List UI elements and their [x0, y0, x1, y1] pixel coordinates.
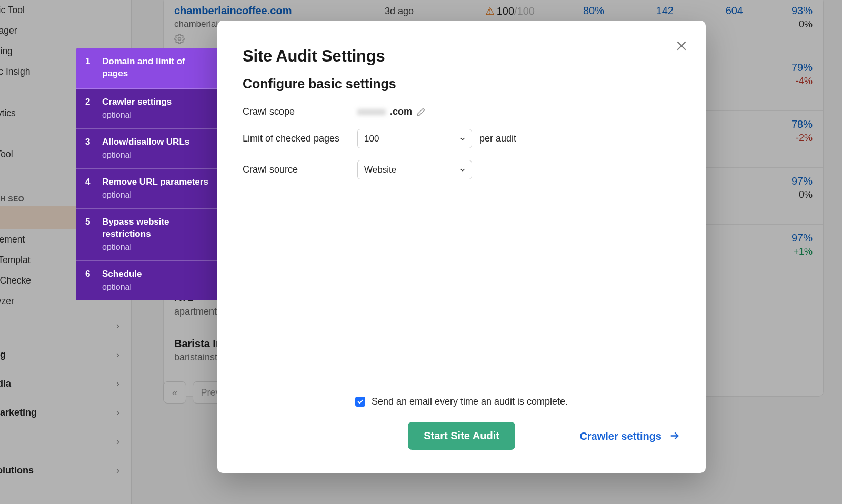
wizard-steps: 1 Domain and limit of pages 2 Crawler se…: [76, 48, 220, 300]
start-site-audit-button[interactable]: Start Site Audit: [408, 422, 515, 450]
modal-subtitle: Configure basic settings: [243, 76, 680, 92]
edit-icon[interactable]: [416, 107, 426, 117]
crawler-settings-link[interactable]: Crawler settings: [579, 430, 680, 442]
check-icon: [357, 398, 364, 405]
wizard-step-number: 5: [85, 216, 93, 252]
limit-row: Limit of checked pages 100 per audit: [243, 129, 680, 148]
site-audit-settings-modal: Site Audit Settings Configure basic sett…: [217, 21, 706, 473]
crawl-scope-value: xxxxxx.com: [357, 106, 426, 117]
limit-label: Limit of checked pages: [243, 133, 357, 144]
next-link-label: Crawler settings: [579, 430, 661, 442]
wizard-step-optional: optional: [102, 190, 211, 200]
wizard-step-optional: optional: [102, 150, 211, 160]
wizard-step-number: 6: [85, 268, 93, 292]
wizard-step-title: Remove URL parameters: [102, 176, 211, 188]
source-row: Crawl source Website: [243, 160, 680, 179]
wizard-step-5[interactable]: 5 Bypass website restrictionsoptional: [76, 209, 220, 261]
chevron-down-icon: [459, 135, 466, 143]
email-checkbox-label: Send an email every time an audit is com…: [372, 396, 568, 407]
crawl-scope-row: Crawl scope xxxxxx.com: [243, 106, 680, 117]
wizard-step-4[interactable]: 4 Remove URL parametersoptional: [76, 169, 220, 209]
wizard-step-optional: optional: [102, 243, 211, 252]
wizard-step-number: 3: [85, 136, 93, 160]
arrow-right-icon: [669, 430, 680, 442]
wizard-step-title: Allow/disallow URLs: [102, 136, 211, 148]
email-checkbox-row: Send an email every time an audit is com…: [243, 396, 680, 407]
limit-select[interactable]: 100: [357, 129, 472, 148]
per-audit-label: per audit: [479, 133, 516, 144]
wizard-step-number: 4: [85, 176, 93, 200]
wizard-step-number: 1: [85, 56, 93, 80]
close-button[interactable]: [671, 35, 692, 56]
wizard-step-optional: optional: [102, 110, 211, 120]
wizard-step-6[interactable]: 6 Scheduleoptional: [76, 261, 220, 300]
wizard-step-title: Crawler settings: [102, 96, 211, 108]
wizard-step-1[interactable]: 1 Domain and limit of pages: [76, 48, 220, 89]
source-select[interactable]: Website: [357, 160, 472, 179]
wizard-step-optional: optional: [102, 283, 211, 292]
wizard-step-title: Bypass website restrictions: [102, 216, 211, 240]
source-label: Crawl source: [243, 164, 357, 175]
limit-select-value: 100: [364, 134, 379, 144]
crawl-scope-label: Crawl scope: [243, 106, 357, 117]
wizard-step-number: 2: [85, 96, 93, 120]
email-checkbox[interactable]: [355, 397, 365, 407]
wizard-step-title: Schedule: [102, 268, 211, 280]
crawl-scope-domain-blurred: xxxxxx: [357, 106, 386, 117]
wizard-step-2[interactable]: 2 Crawler settingsoptional: [76, 89, 220, 129]
modal-footer: Send an email every time an audit is com…: [243, 396, 680, 450]
wizard-step-title: Domain and limit of pages: [102, 56, 211, 80]
close-icon: [675, 39, 688, 52]
wizard-step-3[interactable]: 3 Allow/disallow URLsoptional: [76, 129, 220, 169]
modal-title: Site Audit Settings: [243, 47, 680, 66]
crawl-scope-suffix: .com: [390, 106, 412, 117]
chevron-down-icon: [459, 166, 466, 174]
source-select-value: Website: [364, 165, 396, 175]
